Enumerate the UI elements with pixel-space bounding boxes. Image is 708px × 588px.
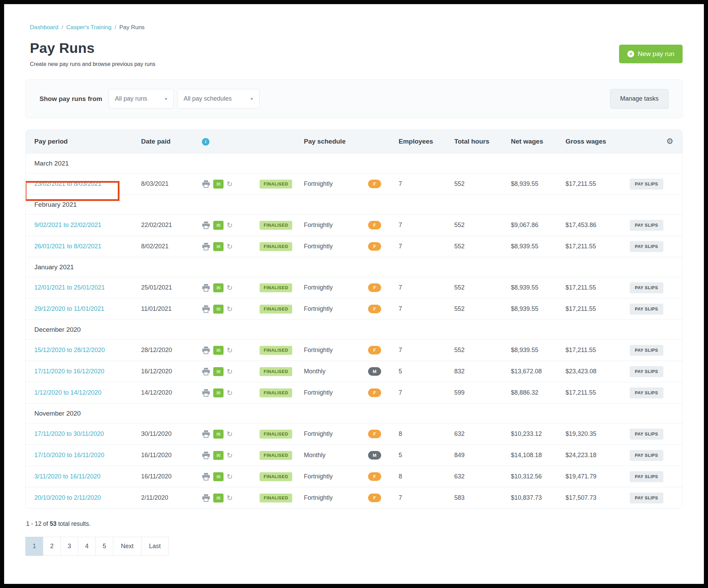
pay-schedule-cell: Fortnightly (304, 243, 368, 250)
recurring-icon[interactable]: ↻ (227, 284, 233, 291)
pay-period-cell: 12/01/2021 to 25/01/2021 (26, 284, 141, 291)
printer-icon[interactable] (202, 243, 210, 250)
info-icon[interactable]: i (202, 138, 209, 146)
email-icon[interactable]: ✉ (213, 180, 224, 189)
schedule-badge: F (368, 472, 381, 481)
total-hours-cell: 849 (454, 452, 511, 459)
email-icon[interactable]: ✉ (213, 305, 224, 314)
pay-runs-filter-dropdown[interactable]: All pay runs ▾ (109, 89, 174, 109)
pay-period-link[interactable]: 23/02/2021 to 8/03/2021 (34, 180, 101, 187)
pay-schedule-cell: Monthly (304, 452, 368, 459)
email-icon[interactable]: ✉ (213, 242, 224, 251)
printer-icon[interactable] (202, 347, 210, 354)
breadcrumb-business[interactable]: Casper's Training (66, 24, 112, 31)
pay-slips-button[interactable]: PAY SLIPS (630, 304, 663, 315)
printer-icon[interactable] (202, 494, 210, 502)
pay-slips-button[interactable]: PAY SLIPS (630, 493, 663, 504)
email-icon[interactable]: ✉ (213, 494, 224, 502)
pay-slips-button[interactable]: PAY SLIPS (630, 282, 663, 293)
pay-period-link[interactable]: 17/11/2020 to 16/12/2020 (34, 368, 104, 375)
pay-period-link[interactable]: 3/11/2020 to 16/11/2020 (34, 473, 101, 480)
employees-cell: 7 (399, 222, 454, 229)
pay-period-link[interactable]: 20/10/2020 to 2/11/2020 (34, 494, 101, 501)
pay-period-link[interactable]: 17/10/2020 to 16/11/2020 (34, 452, 104, 459)
pay-period-link[interactable]: 15/12/2020 to 28/12/2020 (34, 347, 105, 353)
pay-run-row: 17/11/2020 to 16/12/2020 16/12/2020 ✉ ↻ … (26, 361, 682, 382)
pagination-page-4[interactable]: 4 (78, 537, 96, 556)
pay-period-link[interactable]: 12/01/2021 to 25/01/2021 (34, 284, 105, 291)
pagination-page-5[interactable]: 5 (95, 537, 113, 556)
email-icon[interactable]: ✉ (213, 451, 224, 460)
pagination-page-2[interactable]: 2 (43, 537, 61, 556)
recurring-icon[interactable]: ↻ (227, 222, 233, 229)
printer-icon[interactable] (202, 389, 210, 397)
pay-slips-button[interactable]: PAY SLIPS (630, 366, 663, 377)
pay-slips-button[interactable]: PAY SLIPS (630, 345, 663, 356)
recurring-icon[interactable]: ↻ (227, 389, 233, 396)
recurring-icon[interactable]: ↻ (227, 452, 233, 459)
printer-icon[interactable] (202, 284, 210, 292)
table-body: March 2021 23/02/2021 to 8/03/2021 8/03/… (26, 153, 682, 508)
email-icon[interactable]: ✉ (213, 221, 224, 230)
pay-period-link[interactable]: 17/11/2020 to 30/11/2020 (34, 430, 104, 437)
net-wages-cell: $10,233.12 (511, 430, 566, 438)
total-hours-cell: 832 (454, 368, 511, 375)
recurring-icon[interactable]: ↻ (227, 368, 233, 375)
pagination-page-1[interactable]: 1 (25, 537, 43, 556)
printer-icon[interactable] (202, 452, 210, 459)
email-icon[interactable]: ✉ (213, 367, 224, 376)
pay-slips-button[interactable]: PAY SLIPS (630, 429, 663, 440)
pay-slips-button[interactable]: PAY SLIPS (630, 241, 663, 252)
recurring-icon[interactable]: ↻ (227, 430, 233, 438)
gear-icon[interactable]: ⚙ (666, 137, 673, 146)
pay-slips-button[interactable]: PAY SLIPS (630, 450, 663, 461)
date-paid-cell: 28/12/2020 (141, 347, 202, 354)
printer-icon[interactable] (202, 368, 210, 375)
results-summary: 1 - 12 of 53 total results. (26, 520, 683, 528)
new-pay-run-button[interactable]: + New pay run (619, 45, 683, 63)
pay-period-link[interactable]: 29/12/2020 to 11/01/2021 (34, 305, 104, 312)
pagination-last[interactable]: Last (141, 537, 169, 556)
printer-icon[interactable] (202, 473, 210, 480)
email-icon[interactable]: ✉ (213, 430, 224, 439)
total-hours-cell: 552 (454, 243, 511, 250)
pay-slips-button[interactable]: PAY SLIPS (630, 179, 663, 190)
pay-slips-button[interactable]: PAY SLIPS (630, 471, 663, 482)
pay-slips-button[interactable]: PAY SLIPS (630, 220, 663, 231)
printer-icon[interactable] (202, 305, 210, 313)
pay-schedule-cell: Monthly (304, 368, 368, 375)
recurring-icon[interactable]: ↻ (227, 494, 233, 501)
email-icon[interactable]: ✉ (213, 472, 224, 481)
date-paid-cell: 25/01/2021 (141, 284, 202, 291)
schedule-badge-cell: F (368, 242, 399, 251)
breadcrumb-dashboard[interactable]: Dashboard (30, 24, 58, 31)
pagination-next[interactable]: Next (113, 537, 141, 556)
pay-schedules-filter-dropdown[interactable]: All pay schedules ▾ (177, 89, 260, 109)
pagination-page-3[interactable]: 3 (60, 537, 78, 556)
pay-slips-button[interactable]: PAY SLIPS (630, 387, 663, 398)
pay-runs-table: Pay period Date paid i Pay schedule Empl… (25, 129, 683, 509)
net-wages-cell: $8,939.55 (511, 305, 566, 313)
recurring-icon[interactable]: ↻ (227, 243, 233, 250)
schedule-badge-cell: F (368, 494, 399, 502)
pay-period-link[interactable]: 9/02/2021 to 22/02/2021 (34, 222, 101, 228)
pay-period-link[interactable]: 1/12/2020 to 14/12/2020 (34, 389, 101, 396)
recurring-icon[interactable]: ↻ (227, 347, 233, 354)
email-icon[interactable]: ✉ (213, 388, 224, 397)
month-label: January 2021 (34, 263, 74, 271)
col-header-date-paid: Date paid (141, 138, 202, 145)
pay-period-link[interactable]: 26/01/2021 to 8/02/2021 (34, 243, 101, 250)
printer-icon[interactable] (202, 180, 210, 188)
recurring-icon[interactable]: ↻ (227, 305, 233, 313)
email-icon[interactable]: ✉ (213, 346, 224, 355)
recurring-icon[interactable]: ↻ (227, 473, 233, 480)
email-icon[interactable]: ✉ (213, 283, 224, 292)
col-header-pay-schedule: Pay schedule (304, 138, 368, 145)
employees-cell: 7 (399, 389, 454, 396)
pay-slips-cell: PAY SLIPS (630, 387, 682, 398)
manage-tasks-button[interactable]: Manage tasks (610, 89, 669, 109)
printer-icon[interactable] (202, 430, 210, 438)
printer-icon[interactable] (202, 222, 210, 229)
recurring-icon[interactable]: ↻ (227, 180, 233, 188)
pay-period-cell: 17/11/2020 to 16/12/2020 (26, 368, 141, 375)
